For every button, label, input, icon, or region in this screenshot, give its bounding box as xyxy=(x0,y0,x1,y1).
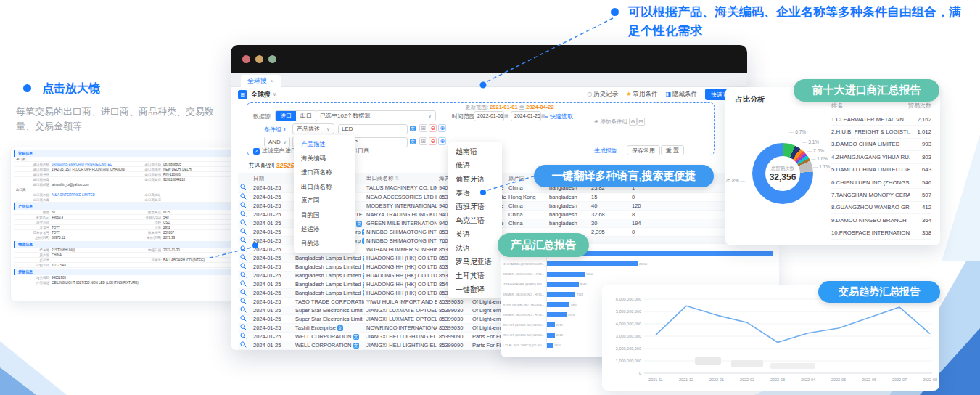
donut-percent-label: — 2.0% xyxy=(807,148,824,153)
remove-condition-icon[interactable]: ⊖ xyxy=(429,137,437,145)
grid-icon[interactable]: ⊞ xyxy=(419,124,427,132)
detail-row: 进口商名称JAINSONS EMPORIO PRIVATE LIMITED进口商… xyxy=(14,162,237,167)
minimize-window-icon[interactable] xyxy=(255,55,263,63)
grid-icon[interactable]: ⊞ xyxy=(419,137,427,145)
date-to-input[interactable]: 2024-01-25▦ xyxy=(511,111,541,121)
field-menu-item[interactable]: 出口商名称 xyxy=(294,180,355,195)
field-menu-item[interactable]: 起运港 xyxy=(294,222,355,237)
magnifier-icon[interactable] xyxy=(238,210,251,219)
magnifier-icon[interactable] xyxy=(238,227,251,236)
language-menu-item[interactable]: 法语 xyxy=(448,241,502,255)
language-menu-item[interactable]: 罗马尼亚语 xyxy=(448,255,502,269)
translate-icon[interactable]: 文 xyxy=(363,282,364,288)
field-menu-item[interactable]: 目的国 xyxy=(294,208,355,223)
magnifier-icon[interactable] xyxy=(238,271,251,280)
magnifier-icon[interactable] xyxy=(238,297,251,306)
field-menu-item[interactable]: 原产国 xyxy=(294,194,355,208)
translate-icon[interactable]: 文 xyxy=(363,273,364,279)
row-icons-1: ⊞ ⊖ ⊕ xyxy=(419,124,446,132)
svg-text:2022-04: 2022-04 xyxy=(801,378,815,382)
date-from-input[interactable]: 2022-01-01▦ xyxy=(474,111,504,121)
detail-row: 成交方式币种USD xyxy=(14,220,237,225)
translate-icon[interactable]: 文 xyxy=(410,139,416,144)
magnifier-icon[interactable] xyxy=(238,341,251,349)
magnifier-icon[interactable] xyxy=(238,184,251,192)
language-menu-item[interactable]: 越南语 xyxy=(448,144,502,158)
translate-icon[interactable]: 文 xyxy=(363,290,364,296)
svg-text:2022-08: 2022-08 xyxy=(923,378,937,382)
language-menu-item[interactable]: 一键翻译 xyxy=(448,282,502,296)
quick-pick-link[interactable]: ≡ 快速选取 xyxy=(545,113,573,121)
column-header[interactable]: 日期 xyxy=(251,173,293,184)
translate-icon[interactable]: 文 xyxy=(363,264,364,270)
translate-icon[interactable]: 文 xyxy=(353,343,359,349)
field-menu-item[interactable]: 目的港 xyxy=(294,237,355,251)
update-range-text: 更新范围: 2021-01-01 至 2024-04-22 xyxy=(465,104,554,111)
maximize-window-icon[interactable] xyxy=(268,55,276,63)
field-menu-item[interactable]: 海关编码 xyxy=(294,152,355,166)
add-condition-group-link[interactable]: ⊕ 添加条件组 ⊕⊟ xyxy=(594,118,645,126)
magnifier-icon[interactable] xyxy=(238,314,251,323)
magnifier-icon[interactable] xyxy=(238,236,251,245)
add-condition-icon[interactable]: ⊕ xyxy=(438,137,446,145)
expand-icon[interactable]: ⊕ xyxy=(629,118,637,126)
magnifier-icon[interactable] xyxy=(238,323,251,332)
add-condition-icon[interactable]: ⊕ xyxy=(438,124,446,132)
field-select-1[interactable]: 产品描述∨ xyxy=(292,123,334,134)
reset-button[interactable]: 重 置 xyxy=(661,145,684,155)
language-menu-item[interactable]: 俄语 xyxy=(448,158,502,172)
trade-count: 803 xyxy=(922,154,931,160)
detail-field-value[interactable]: JAINSONS EMPORIO PRIVATE LIMITED xyxy=(52,163,112,166)
callout-magnifier-title: 点击放大镜 xyxy=(42,81,100,97)
detail-field-value: PIN-110006 xyxy=(163,173,181,176)
language-menu-item[interactable]: 西班牙语 xyxy=(448,200,502,213)
language-menu-item[interactable]: 土耳其语 xyxy=(448,269,502,282)
detail-field-value[interactable]: A & A ENTERPRISE LIMITED xyxy=(52,193,95,197)
magnifier-icon[interactable] xyxy=(238,306,251,314)
magnifier-icon[interactable] xyxy=(238,201,251,210)
detail-row: 提单参考号TOTT账单编号259167 xyxy=(14,230,237,235)
magnifier-icon[interactable] xyxy=(238,219,251,227)
sort-icon[interactable]: ⇅ xyxy=(395,176,400,181)
hide-conditions-button[interactable]: ◨隐藏条件 xyxy=(665,90,697,99)
translate-icon[interactable]: 文 xyxy=(337,325,343,331)
language-menu-item[interactable]: 英语 xyxy=(448,227,502,241)
magnifier-icon[interactable] xyxy=(238,262,251,271)
close-window-icon[interactable] xyxy=(242,55,250,63)
bar-value: 2016 xyxy=(556,333,563,337)
column-header[interactable]: 出口商名称 ⇅ xyxy=(364,173,437,184)
import-export-toggle[interactable]: 进口 出口 xyxy=(275,110,317,121)
chevron-down-icon[interactable]: ∨ xyxy=(273,91,276,97)
detail-section-title: 货物信息 xyxy=(14,269,237,275)
import-toggle[interactable]: 进口 xyxy=(276,111,296,121)
and-or-select[interactable]: AND∨ xyxy=(264,137,290,147)
collapse-groups-icon[interactable]: ⊟ xyxy=(637,118,645,126)
magnifier-icon[interactable] xyxy=(238,253,251,262)
magnifier-icon[interactable] xyxy=(238,192,251,201)
magnifier-icon[interactable] xyxy=(238,288,251,297)
translate-icon[interactable]: 文 xyxy=(363,256,364,261)
datasource-select[interactable]: 已选中102个数据源∨ xyxy=(316,110,436,121)
keyword-input-1[interactable]: LED xyxy=(338,124,408,134)
magnifier-icon[interactable] xyxy=(238,280,251,288)
field-menu-item[interactable]: 进口商名称 xyxy=(294,166,355,180)
history-button[interactable]: ◷历史记录 xyxy=(587,90,618,99)
save-common-button[interactable]: 保存常用 xyxy=(627,145,660,155)
language-menu-item[interactable]: 泰语 xyxy=(448,186,502,200)
language-menu-item[interactable]: 乌克兰语 xyxy=(448,213,502,227)
translate-icon[interactable]: 文 xyxy=(353,334,359,340)
generate-report-link[interactable]: 生成报告 xyxy=(594,147,617,155)
tab-global-search[interactable]: 全球搜 × xyxy=(241,75,281,87)
close-tab-icon[interactable]: × xyxy=(271,78,274,84)
field-menu-item[interactable]: 产品描述 xyxy=(294,137,355,152)
magnifier-icon[interactable] xyxy=(238,332,251,341)
translate-icon[interactable]: 文 xyxy=(356,221,362,227)
language-menu-item[interactable]: 葡萄牙语 xyxy=(448,172,502,186)
magnifier-icon[interactable] xyxy=(238,245,251,253)
common-conditions-button[interactable]: ★常用条件 xyxy=(626,90,657,99)
translate-icon[interactable]: 文 xyxy=(362,238,364,244)
translate-icon[interactable]: 文 xyxy=(410,126,416,131)
translate-icon[interactable]: 文 xyxy=(362,229,364,235)
remove-condition-icon[interactable]: ⊖ xyxy=(429,124,437,132)
export-toggle[interactable]: 出口 xyxy=(296,111,316,121)
